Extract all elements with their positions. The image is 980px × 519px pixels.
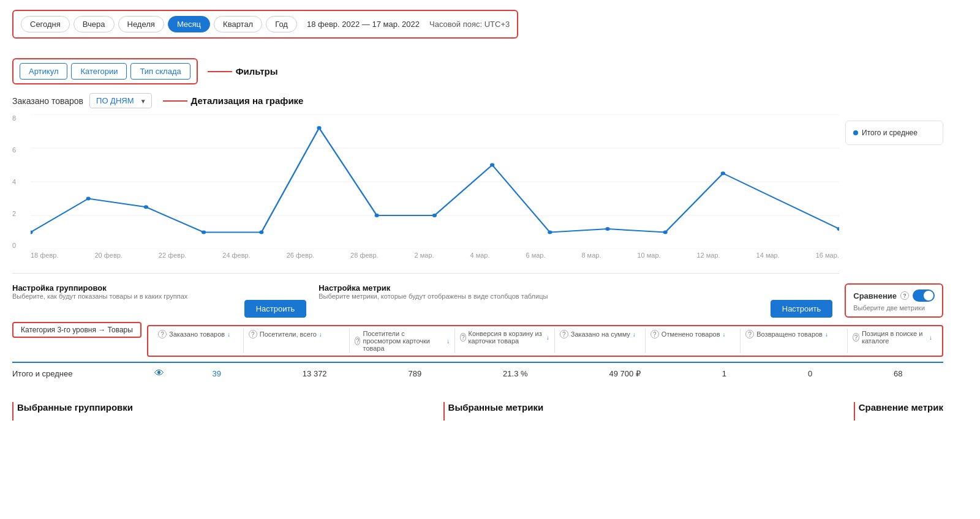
period-timezone: Часовой пояс: UTC+3: [429, 20, 510, 29]
q-icon-sum[interactable]: ?: [560, 330, 568, 338]
bottom-label-groupings: Выбранные группировки: [12, 402, 133, 420]
filters-row: Артикул Категории Тип склада Фильтры: [12, 58, 943, 84]
period-btn-month[interactable]: Месяц: [168, 16, 210, 32]
granularity-row: Заказано товаров ПО ДНЯМ Детализация на …: [12, 93, 943, 108]
metrics-configure-btn[interactable]: Настроить: [771, 300, 833, 318]
x-label-9: 6 мар.: [526, 252, 545, 259]
sort-sum[interactable]: ↓: [633, 331, 636, 338]
sort-conversion[interactable]: ↓: [546, 334, 549, 341]
period-section: Сегодня Вчера Неделя Месяц Квартал Год 1…: [12, 10, 518, 39]
bottom-label-metrics: Выбранные метрики: [443, 402, 544, 420]
filter-btn-article[interactable]: Артикул: [20, 63, 67, 80]
x-label-1: 18 февр.: [31, 252, 58, 259]
groupings-desc: Выберите, как будут показаны товары и в …: [12, 293, 232, 300]
total-sum: 49 700 ₽: [609, 369, 641, 378]
q-icon-returned[interactable]: ?: [745, 330, 754, 338]
q-icon-visitors[interactable]: ?: [249, 330, 257, 338]
granularity-select[interactable]: ПО ДНЯМ: [89, 93, 151, 108]
total-visitors-card: 789: [409, 369, 422, 378]
comparison-box: Сравнение ? Выберите две метрики: [845, 283, 943, 318]
period-date-range: 18 февр. 2022 — 17 мар. 2022: [307, 20, 420, 29]
q-icon-position[interactable]: ?: [853, 333, 859, 342]
y-label-8: 8: [12, 114, 27, 122]
total-row: Итого и среднее 👁 39 13 372 789 21.3 % 4…: [12, 362, 943, 384]
comparison-info-icon[interactable]: ?: [900, 291, 909, 300]
th-visitors-card: ? Посетители с просмотром карточки товар…: [350, 329, 455, 353]
total-returned: 0: [808, 369, 812, 378]
x-label-14: 16 мар.: [816, 252, 839, 259]
x-label-3: 22 февр.: [159, 252, 186, 259]
total-cancelled: 1: [722, 369, 726, 378]
period-btn-quarter[interactable]: Квартал: [214, 16, 262, 32]
chart-svg: [31, 114, 839, 249]
toggle-knob: [924, 291, 933, 301]
svg-point-12: [432, 214, 437, 217]
filter-btn-warehouse-type[interactable]: Тип склада: [130, 63, 190, 80]
q-icon-cancelled[interactable]: ?: [650, 330, 659, 338]
x-label-7: 2 мар.: [415, 252, 434, 259]
x-axis-labels: 18 февр. 20 февр. 22 февр. 24 февр. 26 ф…: [12, 249, 839, 259]
svg-point-17: [721, 171, 725, 175]
period-btn-yesterday[interactable]: Вчера: [74, 16, 115, 32]
y-label-4: 4: [12, 178, 27, 185]
y-label-0: 0: [12, 242, 27, 249]
chart-legend: Итого и среднее: [845, 121, 943, 145]
y-label-2: 2: [12, 210, 27, 217]
svg-point-10: [317, 126, 321, 130]
filter-btn-categories[interactable]: Категории: [71, 63, 127, 80]
bottom-label-comparison: Сравнение метрик: [854, 402, 943, 420]
sort-visitors[interactable]: ↓: [319, 331, 322, 338]
x-label-13: 14 мар.: [756, 252, 780, 259]
svg-point-9: [259, 231, 263, 234]
q-icon-visitors-card[interactable]: ?: [355, 337, 360, 345]
th-ordered: ? Заказано товаров ↓: [153, 329, 243, 353]
comparison-title-row: Сравнение ?: [853, 289, 935, 302]
sort-ordered[interactable]: ↓: [227, 331, 230, 338]
q-icon-ordered[interactable]: ?: [158, 330, 167, 338]
comparison-toggle[interactable]: [913, 289, 935, 302]
bottom-labels: Выбранные группировки Выбранные метрики …: [12, 402, 943, 420]
eye-icon[interactable]: 👁: [154, 368, 164, 378]
period-btn-year[interactable]: Год: [266, 16, 297, 32]
y-label-6: 6: [12, 146, 27, 154]
svg-point-14: [548, 231, 552, 234]
total-visitors: 13 372: [303, 369, 327, 378]
filters-box: Артикул Категории Тип склада: [12, 58, 198, 84]
total-ordered: 39: [212, 369, 221, 378]
total-conversion: 21.3 %: [503, 369, 527, 378]
metrics-desc: Выберите метрики, которые будут отображе…: [318, 293, 758, 300]
x-label-10: 8 мар.: [581, 252, 601, 259]
sort-returned[interactable]: ↓: [825, 331, 828, 338]
chart-wrapper: 8 6 4 2 0: [12, 114, 943, 274]
period-btn-week[interactable]: Неделя: [118, 16, 164, 32]
svg-point-8: [202, 231, 206, 234]
granularity-section-label: Детализация на графике: [163, 95, 304, 106]
groupings-configure-btn[interactable]: Настроить: [244, 300, 307, 318]
total-label: Итого и среднее: [12, 369, 147, 378]
metrics-settings: Настройка метрик Выберите метрики, котор…: [318, 283, 758, 300]
filters-section-label: Фильтры: [208, 66, 278, 77]
th-returned: ? Возвращено товаров ↓: [741, 329, 848, 353]
x-label-4: 24 февр.: [222, 252, 250, 259]
th-conversion: ? Конверсия в корзину из карточки товара…: [455, 329, 554, 353]
sort-position[interactable]: ↓: [929, 334, 932, 341]
sort-cancelled[interactable]: ↓: [723, 331, 726, 338]
metrics-header-table: ? Заказано товаров ↓ ? Посетители, всего…: [153, 329, 937, 353]
x-label-6: 28 февр.: [350, 252, 378, 259]
svg-point-15: [605, 227, 609, 231]
comparison-title: Сравнение: [853, 291, 897, 301]
legend-item-total: Итого и среднее: [853, 129, 935, 137]
x-label-8: 4 мар.: [470, 252, 490, 259]
table-container: Категория 3-го уровня → Товары ? Заказан…: [12, 325, 943, 384]
sort-visitors-card[interactable]: ↓: [447, 338, 450, 345]
x-label-11: 10 мар.: [637, 252, 660, 259]
grouping-tag: Категория 3-го уровня → Товары: [12, 322, 141, 338]
legend-label-total: Итого и среднее: [862, 129, 918, 137]
th-visitors-total: ? Посетители, всего ↓: [243, 329, 349, 353]
granularity-prefix: Заказано товаров: [12, 96, 83, 106]
chart-container: 8 6 4 2 0: [12, 114, 839, 274]
metrics-title: Настройка метрик: [318, 283, 758, 293]
period-btn-today[interactable]: Сегодня: [21, 16, 70, 32]
x-label-2: 20 февр.: [94, 252, 122, 259]
q-icon-conversion[interactable]: ?: [460, 333, 466, 342]
